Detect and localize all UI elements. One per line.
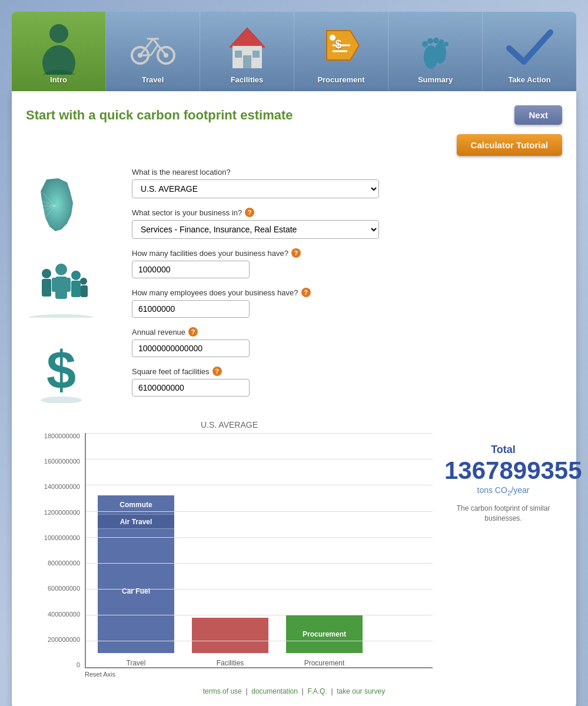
- dollar-svg: $: [38, 338, 85, 403]
- take-action-icon-area: [506, 25, 553, 72]
- air-travel-bar-segment: Air Travel: [98, 514, 174, 528]
- svg-point-43: [29, 314, 94, 318]
- employees-input[interactable]: [132, 300, 250, 318]
- facilities-bar-segment: [192, 618, 268, 653]
- svg-point-25: [433, 38, 439, 44]
- tutorial-button[interactable]: Calculator Tutorial: [457, 134, 562, 156]
- y-label-7: 600000000: [26, 585, 80, 592]
- sqft-field-group: Square feet of facilities ?: [132, 367, 562, 397]
- reset-axis[interactable]: Reset Axis: [85, 671, 433, 678]
- facilities-count-input[interactable]: [132, 261, 250, 278]
- sqft-input[interactable]: [132, 379, 250, 397]
- total-label: Total: [444, 444, 562, 456]
- nav-item-intro[interactable]: Intro: [12, 12, 106, 91]
- nav-label-facilities: Facilities: [231, 75, 264, 84]
- car-fuel-bar-segment: Car Fuel: [98, 528, 174, 653]
- nav-item-take-action[interactable]: Take Action: [483, 12, 576, 91]
- faq-link[interactable]: F.A.Q.: [307, 687, 327, 695]
- commute-bar-segment: Commute: [98, 495, 174, 514]
- people-image: [26, 256, 97, 321]
- travel-bar-group: Commute Air Travel Car Fuel: [98, 418, 174, 667]
- facilities-count-field-group: How many facilities does your business h…: [132, 248, 562, 278]
- intro-icon-area: [35, 25, 82, 72]
- nav-label-take-action: Take Action: [508, 75, 550, 84]
- person-icon: [38, 22, 79, 75]
- nav-label-intro: Intro: [50, 75, 67, 84]
- form-images: $: [26, 168, 120, 406]
- checkmark-icon: [506, 28, 553, 69]
- svg-line-8: [151, 45, 158, 55]
- nav-label-summary: Summary: [418, 75, 453, 84]
- terms-link[interactable]: terms of use: [203, 687, 242, 695]
- employees-field-group: How many employees does your business ha…: [132, 288, 562, 318]
- y-label-4: 1200000000: [26, 509, 80, 516]
- y-label-2: 1600000000: [26, 458, 80, 465]
- travel-bar-stack: Commute Air Travel Car Fuel: [98, 418, 174, 653]
- footer-links: terms of use | documentation | F.A.Q. | …: [26, 687, 562, 695]
- form-fields: What is the nearest location? U.S. AVERA…: [132, 168, 562, 406]
- sector-field-group: What sector is your business in? ? Servi…: [132, 208, 562, 239]
- car-fuel-label: Car Fuel: [122, 587, 150, 595]
- svg-rect-40: [71, 281, 81, 297]
- nav-item-summary[interactable]: Summary: [388, 12, 483, 91]
- svg-text:$: $: [46, 341, 76, 399]
- employees-help-icon[interactable]: ?: [301, 288, 311, 297]
- total-number: 1367899355: [444, 458, 562, 483]
- main-content: Start with a quick carbon footprint esti…: [12, 91, 576, 706]
- sector-select[interactable]: Services - Finance, Insurance, Real Esta…: [132, 220, 379, 239]
- svg-point-41: [80, 278, 87, 285]
- revenue-input[interactable]: [132, 339, 250, 357]
- commute-label: Commute: [119, 501, 152, 509]
- form-section: $ What is the nearest location? U.S. AVE…: [26, 168, 562, 406]
- procurement-bar-group: Procurement Procurement: [286, 418, 363, 667]
- nav-item-procurement[interactable]: $ Procurement: [294, 12, 388, 91]
- location-label: What is the nearest location?: [132, 168, 562, 176]
- svg-point-37: [42, 269, 51, 278]
- travel-icon-area: [129, 25, 177, 72]
- sqft-help-icon[interactable]: ?: [212, 367, 222, 376]
- california-map-image: [26, 174, 97, 238]
- y-label-9: 200000000: [26, 637, 80, 643]
- svg-rect-14: [243, 55, 251, 68]
- sector-help-icon[interactable]: ?: [245, 208, 254, 217]
- documentation-link[interactable]: documentation: [251, 687, 298, 695]
- y-label-0: 0: [26, 662, 80, 668]
- location-select[interactable]: U.S. AVERAGE: [132, 179, 379, 198]
- y-label-5: 1000000000: [26, 535, 80, 541]
- people-svg: [26, 259, 97, 318]
- procurement-label: Procurement: [303, 630, 346, 638]
- california-svg: [29, 174, 94, 238]
- air-travel-label: Air Travel: [120, 518, 152, 526]
- total-unit: tons CO2/year: [444, 485, 562, 497]
- facilities-bar-label: Facilities: [217, 659, 244, 667]
- svg-point-33: [55, 264, 67, 275]
- summary-icon-area: [412, 25, 459, 72]
- navigation-bar: Intro Travel: [12, 12, 576, 91]
- svg-marker-12: [230, 28, 265, 47]
- svg-point-10: [138, 53, 142, 58]
- revenue-label: Annual revenue ?: [132, 327, 562, 337]
- dollar-image: $: [26, 338, 97, 403]
- sector-label: What sector is your business in? ?: [132, 208, 562, 217]
- header-row: Start with a quick carbon footprint esti…: [26, 105, 562, 125]
- nav-label-travel: Travel: [142, 75, 164, 84]
- next-button[interactable]: Next: [514, 105, 562, 125]
- svg-rect-16: [253, 51, 260, 58]
- bicycle-icon: [129, 31, 177, 66]
- nav-label-procurement: Procurement: [317, 75, 364, 84]
- facilities-bar-group: Facilities: [192, 418, 268, 667]
- procurement-bar-stack: Procurement: [286, 418, 363, 653]
- travel-bar-label: Travel: [127, 659, 146, 667]
- facilities-bar-stack: [192, 418, 268, 653]
- nav-item-facilities[interactable]: Facilities: [200, 12, 294, 91]
- nav-item-travel[interactable]: Travel: [106, 12, 200, 91]
- house-icon: [227, 25, 268, 72]
- revenue-help-icon[interactable]: ?: [188, 327, 198, 337]
- procurement-icon-area: $: [318, 25, 365, 72]
- survey-link[interactable]: take our survey: [337, 687, 385, 695]
- y-label-1: 1800000000: [26, 433, 80, 439]
- svg-point-0: [49, 24, 68, 43]
- facilities-help-icon[interactable]: ?: [291, 248, 301, 258]
- y-label-6: 800000000: [26, 560, 80, 567]
- procurement-bar-segment: Procurement: [286, 615, 363, 653]
